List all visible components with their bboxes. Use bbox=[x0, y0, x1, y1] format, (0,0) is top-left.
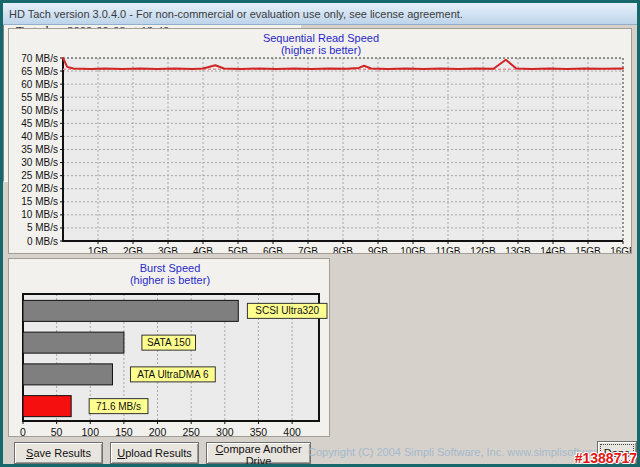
svg-text:6GB: 6GB bbox=[263, 246, 283, 253]
svg-text:60 MB/s: 60 MB/s bbox=[21, 79, 58, 90]
svg-text:55 MB/s: 55 MB/s bbox=[21, 92, 58, 103]
svg-text:9GB: 9GB bbox=[368, 246, 388, 253]
svg-text:5GB: 5GB bbox=[228, 246, 248, 253]
svg-text:50: 50 bbox=[51, 426, 63, 436]
svg-text:(higher is better): (higher is better) bbox=[130, 274, 210, 286]
svg-text:13GB: 13GB bbox=[505, 246, 531, 253]
svg-text:65 MB/s: 65 MB/s bbox=[21, 66, 58, 77]
svg-text:300: 300 bbox=[216, 426, 234, 436]
svg-text:250: 250 bbox=[182, 426, 200, 436]
svg-text:5 MB/s: 5 MB/s bbox=[27, 222, 58, 233]
svg-text:100: 100 bbox=[82, 426, 100, 436]
svg-text:70 MB/s: 70 MB/s bbox=[21, 53, 58, 64]
svg-text:30 MB/s: 30 MB/s bbox=[21, 157, 58, 168]
sequential-read-chart: 0 MB/s5 MB/s10 MB/s15 MB/s20 MB/s25 MB/s… bbox=[9, 29, 631, 253]
svg-text:350: 350 bbox=[250, 426, 268, 436]
svg-text:1GB: 1GB bbox=[88, 246, 108, 253]
window-title: HD Tach version 3.0.4.0 - For non-commer… bbox=[9, 8, 463, 20]
svg-text:4GB: 4GB bbox=[193, 246, 213, 253]
svg-text:15GB: 15GB bbox=[575, 246, 601, 253]
svg-text:10 MB/s: 10 MB/s bbox=[21, 209, 58, 220]
save-results-label: Save Results bbox=[15, 447, 102, 459]
compare-another-drive-label: Compare Another Drive bbox=[207, 443, 310, 467]
upload-results-label: Upload Results bbox=[111, 447, 198, 459]
svg-text:200: 200 bbox=[149, 426, 167, 436]
save-results-button[interactable]: Save Results bbox=[14, 442, 103, 464]
svg-text:3GB: 3GB bbox=[158, 246, 178, 253]
title-bar[interactable]: HD Tach version 3.0.4.0 - For non-commer… bbox=[3, 3, 637, 25]
svg-text:11GB: 11GB bbox=[436, 246, 461, 253]
svg-text:15 MB/s: 15 MB/s bbox=[21, 196, 58, 207]
compare-another-drive-button[interactable]: Compare Another Drive bbox=[206, 442, 311, 464]
svg-text:12GB: 12GB bbox=[470, 246, 496, 253]
svg-text:Sequential Read Speed: Sequential Read Speed bbox=[263, 32, 379, 44]
svg-text:SATA 150: SATA 150 bbox=[147, 337, 191, 348]
svg-text:40 MB/s: 40 MB/s bbox=[21, 131, 58, 142]
copyright-text: Copyright (C) 2004 Simpli Software, Inc.… bbox=[308, 446, 598, 458]
svg-text:45 MB/s: 45 MB/s bbox=[21, 118, 58, 129]
svg-text:150: 150 bbox=[115, 426, 133, 436]
svg-text:14GB: 14GB bbox=[540, 246, 566, 253]
svg-text:ATA UltraDMA 6: ATA UltraDMA 6 bbox=[137, 369, 209, 380]
svg-text:25 MB/s: 25 MB/s bbox=[21, 170, 58, 181]
svg-text:50 MB/s: 50 MB/s bbox=[21, 105, 58, 116]
svg-text:16GB: 16GB bbox=[610, 246, 631, 253]
svg-text:7GB: 7GB bbox=[298, 246, 318, 253]
watermark-id: #1388717 bbox=[575, 450, 637, 466]
svg-text:71.6 MB/s: 71.6 MB/s bbox=[96, 401, 141, 412]
svg-text:400: 400 bbox=[283, 426, 301, 436]
svg-text:Burst Speed: Burst Speed bbox=[140, 262, 201, 274]
sequential-read-panel: 0 MB/s5 MB/s10 MB/s15 MB/s20 MB/s25 MB/s… bbox=[8, 28, 632, 254]
svg-text:20 MB/s: 20 MB/s bbox=[21, 183, 58, 194]
svg-text:0 MB/s: 0 MB/s bbox=[27, 236, 58, 247]
svg-text:SCSI Ultra320: SCSI Ultra320 bbox=[255, 305, 319, 316]
upload-results-button[interactable]: Upload Results bbox=[110, 442, 199, 464]
svg-text:(higher is better): (higher is better) bbox=[281, 44, 361, 56]
burst-speed-panel: 050100150200250300350400SCSI Ultra320SAT… bbox=[8, 258, 330, 437]
svg-text:8GB: 8GB bbox=[333, 246, 353, 253]
svg-text:2GB: 2GB bbox=[123, 246, 143, 253]
svg-text:10GB: 10GB bbox=[400, 246, 426, 253]
hd-tach-window: HD Tach version 3.0.4.0 - For non-commer… bbox=[0, 0, 640, 467]
burst-speed-chart: 050100150200250300350400SCSI Ultra320SAT… bbox=[9, 259, 329, 436]
svg-text:0: 0 bbox=[20, 426, 26, 436]
svg-text:35 MB/s: 35 MB/s bbox=[21, 144, 58, 155]
